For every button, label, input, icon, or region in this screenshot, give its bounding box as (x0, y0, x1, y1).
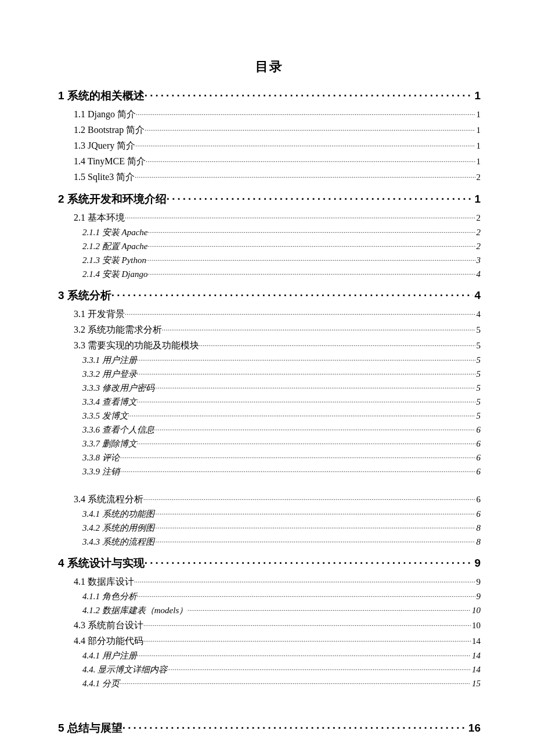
toc-entry[interactable]: 3.3.7 删除博文6 (82, 438, 481, 449)
toc-entry[interactable]: 3.3.4 查看博文5 (82, 396, 481, 408)
toc-entry-page: 9 (473, 557, 481, 570)
toc-entry-label: 4.1.1 角色分析 (82, 591, 137, 602)
toc-entry[interactable]: 2.1.1 安装 Apache2 (82, 226, 481, 238)
toc-entry[interactable]: 3.3.6 查看个人信息6 (82, 424, 481, 435)
toc-entry-page: 15 (471, 679, 481, 689)
toc-entry[interactable]: 2.1.4 安装 Django4 (82, 268, 481, 280)
toc-entry[interactable]: 4.1.2 数据库建表（models）10 (82, 604, 481, 616)
toc-entry[interactable]: 4.4. 显示博文详细内容14 (82, 664, 481, 675)
toc-leader (167, 192, 474, 203)
toc-entry-page: 5 (475, 341, 481, 351)
toc-entry-page: 5 (475, 397, 481, 407)
toc-entry-label: 1 系统的相关概述 (58, 88, 145, 103)
toc-leader (120, 466, 475, 474)
toc-entry[interactable]: 1 系统的相关概述1 (58, 88, 481, 103)
toc-leader (137, 650, 471, 658)
toc-entry-page: 5 (475, 355, 481, 365)
toc-leader (146, 155, 475, 164)
toc-entry-label: 4.1 数据库设计 (74, 576, 134, 588)
toc-entry[interactable]: 3.4 系统流程分析6 (74, 493, 481, 506)
toc-entry-page: 10 (471, 606, 481, 615)
toc-entry-page: 4 (473, 289, 481, 302)
toc-entry-page: 9 (475, 592, 481, 602)
toc-entry-page: 16 (467, 722, 481, 735)
toc-entry[interactable]: 2 系统开发和环境介绍1 (58, 192, 481, 207)
toc-entry-page: 8 (475, 537, 481, 547)
toc-entry-label: 4.4.1 分页 (82, 678, 120, 689)
toc-entry[interactable]: 3.4.1 系统的功能图6 (82, 508, 481, 520)
toc-gap (58, 480, 481, 490)
toc-entry[interactable]: 1.5 Sqlite3 简介2 (74, 171, 481, 183)
toc-entry[interactable]: 3.3.3 修改用户密码5 (82, 382, 481, 394)
toc-entry[interactable]: 3.3.9 注销6 (82, 466, 481, 477)
toc-leader (143, 493, 475, 502)
toc-entry[interactable]: 3.1 开发背景4 (74, 308, 481, 321)
toc-leader (199, 339, 475, 348)
toc-entry[interactable]: 3 系统分析4 (58, 288, 481, 303)
toc-entry-label: 3.4 系统流程分析 (74, 494, 143, 506)
toc-entry-label: 2.1 基本环境 (74, 212, 125, 224)
toc-leader (136, 108, 475, 117)
toc-leader (135, 139, 475, 149)
toc-entry-label: 4.4 部分功能代码 (74, 635, 143, 647)
toc-entry[interactable]: 4 系统设计与实现9 (58, 556, 481, 571)
toc-entry[interactable]: 1.4 TinyMCE 简介1 (74, 155, 481, 168)
toc-entry-page: 1 (475, 157, 481, 167)
toc-entry-page: 1 (475, 125, 481, 135)
toc-leader (162, 323, 475, 333)
toc-entry[interactable]: 3.2 系统功能需求分析5 (74, 323, 481, 336)
toc-leader (122, 721, 467, 732)
toc-entry[interactable]: 4.4.1 分页15 (82, 678, 481, 689)
toc-entry[interactable]: 4.1 数据库设计9 (74, 575, 481, 588)
toc-leader (167, 664, 471, 672)
toc-leader (154, 424, 475, 433)
toc-entry-label: 2.1.2 配置 Apache (82, 241, 147, 252)
toc-entry[interactable]: 2.1 基本环境2 (74, 211, 481, 224)
toc-leader (147, 226, 475, 235)
toc-entry-label: 3.3.5 发博文 (82, 411, 128, 422)
toc-entry[interactable]: 4.3 系统前台设计10 (74, 619, 481, 632)
toc-entry[interactable]: 2.1.2 配置 Apache2 (82, 240, 481, 252)
toc-entry[interactable]: 2.1.3 安装 Python3 (82, 254, 481, 266)
toc-entry-page: 14 (471, 665, 481, 675)
toc-entry[interactable]: 1.1 Django 简介1 (74, 108, 481, 121)
toc-leader (125, 211, 475, 221)
toc-leader (154, 382, 475, 391)
toc-entry[interactable]: 3.3.1 用户注册5 (82, 354, 481, 366)
toc-entry[interactable]: 3.3.8 评论6 (82, 452, 481, 463)
toc-entry-label: 3 系统分析 (58, 288, 111, 303)
toc-entry-label: 3.3.6 查看个人信息 (82, 424, 154, 435)
toc-leader (120, 678, 471, 686)
toc-leader (143, 635, 471, 644)
toc-entry[interactable]: 4.4 部分功能代码14 (74, 635, 481, 647)
toc-entry[interactable]: 3.4.2 系统的用例图8 (82, 522, 481, 534)
toc-entry[interactable]: 5 总结与展望16 (58, 721, 481, 736)
toc-entry-label: 3.4.1 系统的功能图 (82, 509, 154, 520)
toc-entry-page: 5 (475, 369, 481, 379)
toc-leader (137, 354, 475, 363)
toc-entry-page: 5 (475, 383, 481, 393)
toc-leader (137, 368, 475, 377)
toc-entry[interactable]: 3.3.2 用户登录5 (82, 368, 481, 380)
toc-entry[interactable]: 3.3 需要实现的功能及功能模块5 (74, 339, 481, 352)
toc-entry[interactable]: 4.1.1 角色分析9 (82, 591, 481, 602)
toc-entry-page: 1 (475, 110, 481, 120)
toc-entry-label: 3.3.2 用户登录 (82, 369, 137, 380)
toc-entry[interactable]: 3.3.5 发博文5 (82, 410, 481, 422)
toc-entry[interactable]: 4.4.1 用户注册14 (82, 650, 481, 661)
toc-entry[interactable]: 3.4.3 系统的流程图8 (82, 536, 481, 548)
toc-entry-label: 3.1 开发背景 (74, 308, 125, 321)
toc-entry-label: 4 系统设计与实现 (58, 556, 145, 571)
toc-entry-label: 3.3.3 修改用户密码 (82, 383, 154, 394)
toc-entry[interactable]: 1.2 Bootstrap 简介1 (74, 124, 481, 136)
toc-entry-label: 3.3.7 删除博文 (82, 438, 137, 449)
toc-entry[interactable]: 1.3 JQuery 简介1 (74, 139, 481, 152)
toc-entry-label: 4.1.2 数据库建表（models） (82, 605, 187, 616)
toc-entry-page: 6 (475, 509, 481, 519)
toc-entry-label: 3.4.2 系统的用例图 (82, 523, 154, 534)
toc-leader (145, 556, 474, 567)
toc-entry-page: 1 (475, 141, 481, 151)
toc-entry-label: 3.2 系统功能需求分析 (74, 324, 162, 336)
toc-entry-label: 4.3 系统前台设计 (74, 620, 143, 632)
toc-entry-page: 10 (471, 621, 481, 631)
